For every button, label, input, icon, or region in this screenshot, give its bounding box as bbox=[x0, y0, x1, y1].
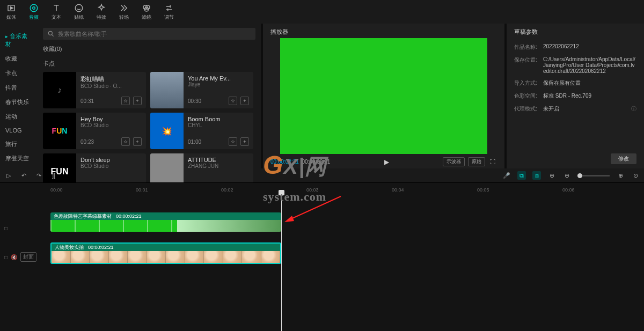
tool-media[interactable]: 媒体 bbox=[0, 0, 23, 24]
sidebar-fav[interactable]: 收藏 bbox=[0, 52, 38, 66]
clip-green[interactable]: 色差故障特艺字幕绿幕素材00:00:02:21 bbox=[50, 212, 281, 232]
clip-name: 人物美妆实拍 bbox=[55, 244, 84, 251]
link-icon[interactable]: ⧈ bbox=[532, 171, 541, 180]
music-artist: BCD Studio bbox=[80, 122, 142, 128]
track-toggle-icon[interactable]: □ bbox=[4, 254, 8, 260]
music-library-panel: 音乐素材 收藏 卡点 抖音 春节快乐 运动 VLOG 旅行 摩登天空 收藏(0)… bbox=[0, 24, 261, 168]
search-icon bbox=[47, 30, 55, 38]
draft-key: 作品名称: bbox=[514, 43, 543, 51]
info-icon[interactable]: ⓘ bbox=[631, 105, 636, 113]
music-thumb: 💥 bbox=[150, 113, 184, 149]
music-title: You Are My Ev... bbox=[188, 75, 249, 82]
sidebar-modern[interactable]: 摩登天空 bbox=[0, 151, 38, 166]
music-card[interactable]: ♪ 彩虹喵喵BCD Studio · O...00:31☆+ bbox=[43, 72, 146, 108]
music-artist: Jiaye bbox=[188, 82, 249, 87]
clip-people[interactable]: 人物美妆实拍00:00:02:21 bbox=[50, 242, 281, 264]
draft-value: 202202062212 bbox=[543, 43, 636, 51]
tool-adjust[interactable]: 调节 bbox=[158, 0, 180, 24]
ruler-tick: 00:02 bbox=[221, 187, 233, 193]
music-card[interactable]: FUN Hey BoyBCD Studio00:23☆+ bbox=[43, 113, 146, 149]
mic-icon[interactable]: 🎤 bbox=[502, 171, 511, 180]
timeline-ruler[interactable]: 00:00 00:01 00:02 00:03 00:04 00:05 00:0… bbox=[0, 182, 644, 193]
redo-icon[interactable]: ↷ bbox=[34, 171, 43, 180]
add-icon[interactable]: + bbox=[133, 137, 142, 146]
draft-key: 代理模式: bbox=[514, 105, 543, 113]
split-icon[interactable]: ][ bbox=[49, 171, 58, 180]
tool-text[interactable]: 文本 bbox=[45, 0, 68, 24]
clip-duration: 00:00:02:21 bbox=[116, 214, 142, 219]
fav-icon[interactable]: ☆ bbox=[229, 97, 237, 105]
draft-key: 导入方式: bbox=[514, 79, 543, 87]
scope-button[interactable]: 示波器 bbox=[443, 157, 465, 166]
svg-point-8 bbox=[48, 31, 52, 35]
cover-button[interactable]: 封面 bbox=[20, 252, 36, 262]
selection-tool-icon[interactable]: ▷ bbox=[4, 171, 13, 180]
fav-icon[interactable]: ☆ bbox=[121, 137, 130, 146]
music-sidebar: 音乐素材 收藏 卡点 抖音 春节快乐 运动 VLOG 旅行 摩登天空 bbox=[0, 24, 38, 168]
sidebar-spring[interactable]: 春节快乐 bbox=[0, 95, 38, 109]
fullscreen-icon[interactable]: ⛶ bbox=[488, 158, 497, 166]
mute-icon[interactable]: 🔇 bbox=[11, 254, 17, 260]
player-title: 播放器 bbox=[270, 28, 497, 36]
music-title: ATTITUDE bbox=[188, 157, 249, 163]
music-card[interactable]: You Are My Ev...Jiaye00:30☆+ bbox=[150, 72, 253, 108]
tool-audio[interactable]: 音频 bbox=[23, 0, 45, 24]
tool-filter[interactable]: 滤镜 bbox=[135, 0, 158, 24]
playhead[interactable] bbox=[281, 193, 282, 331]
play-button[interactable]: ▶ bbox=[384, 158, 389, 166]
ruler-tick: 00:01 bbox=[136, 187, 148, 193]
sidebar-music[interactable]: 音乐素材 bbox=[0, 29, 38, 52]
music-title: Don't sleep bbox=[80, 157, 142, 163]
tool-effect[interactable]: 特效 bbox=[90, 0, 113, 24]
music-thumb: FUN bbox=[43, 113, 76, 149]
tool-transition[interactable]: 转场 bbox=[113, 0, 135, 24]
ruler-tick: 00:03 bbox=[306, 187, 319, 193]
draft-panel: 草稿参数 作品名称:202202062212 保存位置:C:/Users/Adm… bbox=[507, 24, 644, 168]
track-toggle-icon[interactable]: □ bbox=[4, 225, 8, 231]
preview-green bbox=[280, 38, 487, 154]
draft-key: 色彩空间: bbox=[514, 92, 543, 100]
music-card[interactable]: 💥 Boom BoomCHYL01:00☆+ bbox=[150, 113, 253, 149]
fav-icon[interactable]: ☆ bbox=[121, 97, 130, 105]
ruler-tick: 00:04 bbox=[392, 187, 404, 193]
tool-sticker[interactable]: 贴纸 bbox=[68, 0, 90, 24]
sidebar-sport[interactable]: 运动 bbox=[0, 109, 38, 124]
magnet-icon[interactable]: ⧉ bbox=[517, 171, 526, 180]
music-duration: 01:00 bbox=[188, 139, 201, 145]
time-total: 00:00:02:21 bbox=[302, 159, 330, 165]
music-artist: BCD Studio · O... bbox=[80, 83, 142, 89]
modify-button[interactable]: 修改 bbox=[611, 153, 636, 164]
fav-icon[interactable]: ☆ bbox=[229, 137, 237, 146]
draft-value: C:/Users/Administrator/AppData/Local/Jia… bbox=[543, 56, 636, 74]
timeline[interactable]: □ 色差故障特艺字幕绿幕素材00:00:02:21 □ 🔇 封面 人物美妆实拍0… bbox=[0, 193, 644, 331]
music-duration: 00:31 bbox=[80, 98, 94, 104]
zoom-slider[interactable] bbox=[577, 175, 610, 176]
sidebar-vlog[interactable]: VLOG bbox=[0, 124, 38, 137]
undo-icon[interactable]: ↶ bbox=[19, 171, 28, 180]
draft-value: 未开启 bbox=[543, 105, 627, 113]
add-icon[interactable]: + bbox=[240, 97, 249, 105]
original-button[interactable]: 原始 bbox=[468, 157, 485, 166]
search-input[interactable] bbox=[58, 31, 251, 37]
zoom-fit-icon[interactable]: ⊙ bbox=[631, 171, 640, 180]
player-panel: 播放器 00:00:02:21 00:00:02:21 ▶ 示波器 原始 ⛶ bbox=[263, 24, 504, 168]
music-thumb: ♪ bbox=[43, 72, 76, 108]
preview-axis-icon[interactable]: ⊕ bbox=[547, 171, 556, 180]
clip-name: 色差故障特艺字幕绿幕素材 bbox=[54, 213, 112, 220]
add-icon[interactable]: + bbox=[240, 137, 249, 146]
sidebar-kadian[interactable]: 卡点 bbox=[0, 66, 38, 80]
collect-count: 收藏(0) bbox=[43, 45, 255, 53]
sidebar-travel[interactable]: 旅行 bbox=[0, 137, 38, 151]
music-duration: 00:30 bbox=[188, 98, 201, 104]
svg-point-3 bbox=[33, 6, 35, 9]
preview-area[interactable] bbox=[270, 38, 497, 154]
add-icon[interactable]: + bbox=[133, 97, 142, 105]
zoom-out-icon[interactable]: ⊖ bbox=[562, 171, 571, 180]
ruler-tick: 00:06 bbox=[562, 187, 575, 193]
svg-point-4 bbox=[75, 4, 83, 12]
clip-duration: 00:00:02:21 bbox=[88, 245, 114, 250]
zoom-in-icon[interactable]: ⊕ bbox=[616, 171, 625, 180]
search-box[interactable] bbox=[43, 28, 255, 40]
section-title: 卡点 bbox=[43, 60, 255, 68]
sidebar-douyin[interactable]: 抖音 bbox=[0, 80, 38, 95]
